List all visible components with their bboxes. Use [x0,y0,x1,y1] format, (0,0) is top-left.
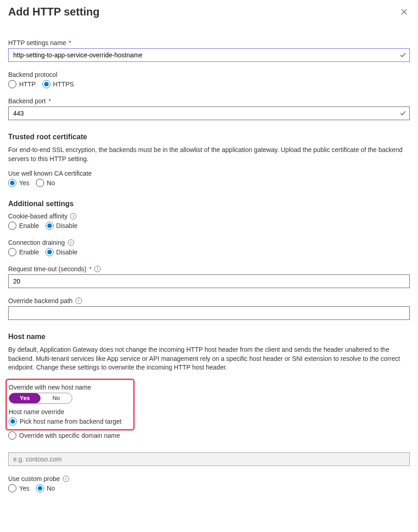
info-icon[interactable]: i [76,298,82,304]
checkmark-icon [400,52,406,58]
override-new-no-option[interactable]: No [40,393,72,403]
request-timeout-input[interactable] [8,274,410,288]
override-new-host-name-toggle[interactable]: Yes No [9,393,72,404]
info-icon[interactable]: i [94,266,101,272]
custom-probe-no-radio[interactable]: No [36,484,55,492]
page-title: Add HTTP setting [8,5,100,18]
host-name-override-backend-radio[interactable]: Pick host name from backend target [9,417,129,426]
override-backend-path-input[interactable] [8,306,410,320]
request-timeout-label: Request time-out (seconds)* i [8,265,410,273]
cookie-affinity-disable-radio[interactable]: Disable [45,222,78,230]
connection-draining-enable-radio[interactable]: Enable [8,248,39,256]
host-name-desc: By default, Application Gateway does not… [8,345,410,372]
connection-draining-disable-radio[interactable]: Disable [45,248,78,256]
info-icon[interactable]: i [68,239,74,246]
backend-port-label: Backend port* [8,97,410,105]
radio-label: No [47,485,55,492]
info-icon[interactable]: i [63,476,69,482]
checkmark-icon [400,110,406,117]
additional-settings-title: Additional settings [8,200,410,208]
cookie-affinity-label: Cookie-based affinity i [8,213,410,220]
required-asterisk: * [69,39,71,46]
backend-protocol-http-radio[interactable]: HTTP [8,80,36,88]
trusted-root-cert-title: Trusted root certificate [8,133,410,141]
override-backend-path-label: Override backend path i [8,297,410,304]
radio-label: Enable [19,248,39,256]
required-asterisk: * [49,97,51,105]
cookie-affinity-enable-radio[interactable]: Enable [8,222,39,230]
radio-label: HTTPS [53,81,74,88]
close-icon[interactable] [401,8,408,15]
host-name-highlight-box: Override with new host name Yes No Host … [5,379,135,431]
host-name-override-label: Host name override [9,408,129,415]
backend-port-input[interactable] [8,106,410,120]
required-asterisk: * [89,265,91,273]
http-settings-name-label: HTTP settings name* [8,39,410,46]
radio-label: Disable [56,222,78,229]
host-name-title: Host name [8,333,410,341]
backend-protocol-https-radio[interactable]: HTTPS [42,80,74,88]
trusted-root-cert-desc: For end-to-end SSL encryption, the backe… [8,146,410,163]
backend-protocol-label: Backend protocol [8,71,410,78]
radio-label: HTTP [19,81,36,88]
well-known-ca-label: Use well known CA certificate [8,170,410,177]
well-known-ca-yes-radio[interactable]: Yes [8,179,30,187]
custom-probe-label: Use custom probe i [8,475,410,482]
override-new-host-name-label: Override with new host name [9,384,129,391]
radio-label: Yes [19,179,30,187]
radio-label: Disable [56,248,78,256]
http-settings-name-input[interactable] [8,48,410,62]
radio-label: Yes [19,485,30,492]
override-new-yes-option[interactable]: Yes [9,393,40,403]
well-known-ca-no-radio[interactable]: No [36,179,55,187]
radio-label: No [47,179,55,187]
host-name-override-specific-radio[interactable]: Override with specific domain name [8,431,410,440]
radio-label: Enable [19,222,39,229]
connection-draining-label: Connection draining i [8,239,410,246]
radio-label: Override with specific domain name [19,432,120,439]
specific-domain-input [8,452,410,466]
info-icon[interactable]: i [70,213,76,219]
radio-label: Pick host name from backend target [20,418,121,425]
custom-probe-yes-radio[interactable]: Yes [8,484,30,492]
